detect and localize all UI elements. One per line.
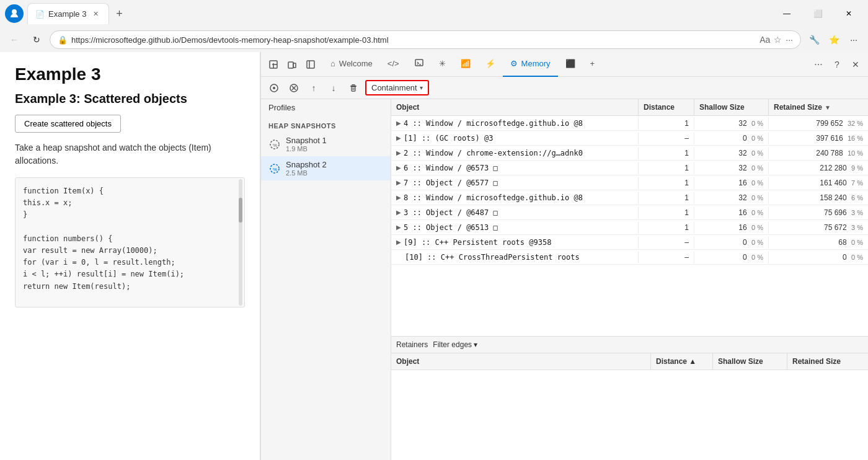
gc-button[interactable] [345,80,361,96]
expand-icon-6[interactable]: ▶ [396,209,401,216]
table-row[interactable]: ▶ 6 :: Window / @6573 □ 1 32 0 % 212 280… [391,161,868,175]
cell-shallow-1: 0 0 % [694,132,769,144]
tab-close-button[interactable]: ✕ [90,9,101,20]
cell-distance-0: 1 [639,117,694,130]
tab-bar: 📄 Example 3 ✕ + [27,3,769,24]
cell-shallow-3: 32 0 % [694,162,769,174]
column-shallow-size[interactable]: Shallow Size [694,99,769,115]
code-scrollbar[interactable] [238,178,243,307]
inspect-element-button[interactable] [265,56,282,73]
devtools-close-button[interactable]: ✕ [847,56,864,73]
tab-console[interactable] [407,52,432,77]
refresh-button[interactable]: ↻ [27,30,46,49]
load-button[interactable]: ↑ [306,80,322,96]
filter-edges-button[interactable]: Filter edges ▾ [433,340,477,349]
back-button[interactable]: ← [5,30,24,49]
favorites-icon[interactable]: ☆ [774,35,782,45]
table-row[interactable]: [10] :: C++ CrossThreadPersistent roots … [391,250,868,265]
page-description: Take a heap snapshot and watch the objec… [15,141,245,167]
snapshot-2-item[interactable]: % Snapshot 2 2.5 MB [261,156,391,180]
device-toolbar-button[interactable] [283,56,301,73]
tab-memory[interactable]: ⚙ Memory [503,52,558,77]
code-line-3: } [23,209,237,221]
snapshot-1-item[interactable]: % Snapshot 1 1.9 MB [261,132,391,156]
maximize-button[interactable]: ⬜ [804,4,832,24]
tab-welcome[interactable]: ⌂ Welcome [323,52,380,77]
cell-distance-3: 1 [639,162,694,174]
column-retained-size[interactable]: Retained Size [769,99,868,115]
extensions-button[interactable]: 🔧 [805,30,823,49]
view-dropdown[interactable]: Containment ▾ [365,80,429,95]
expand-icon-0[interactable]: ▶ [396,120,401,126]
table-row[interactable]: ▶ [9] :: C++ Persistent roots @9358 – 0 … [391,235,868,250]
code-line-9: return new Item(result); [23,281,237,293]
heap-snapshots-section: HEAP SNAPSHOTS [261,116,391,132]
cell-object-6: ▶ 3 :: Object / @6487 □ [391,206,639,219]
tab-application[interactable]: ⬛ [558,52,583,77]
title-bar: 📄 Example 3 ✕ + — ⬜ ✕ [0,0,868,27]
retainers-column-distance[interactable]: Distance ▲ [651,353,713,369]
cell-distance-4: 1 [639,177,694,189]
address-input-container[interactable]: 🔒 https://microsoftedge.github.io/Demos/… [50,30,801,49]
column-object[interactable]: Object [391,99,639,115]
retainers-label: Retainers [396,340,428,349]
expand-icon-2[interactable]: ▶ [396,149,401,156]
table-row[interactable]: ▶ 7 :: Object / @6577 □ 1 16 0 % 161 460… [391,175,868,190]
table-row[interactable]: ▶ 3 :: Object / @6487 □ 1 16 0 % 75 696 … [391,205,868,220]
devtools-help-button[interactable]: ? [828,56,846,73]
table-row[interactable]: ▶ 4 :: Window / microsoftedge.github.io … [391,116,868,131]
expand-icon-1[interactable]: ▶ [396,135,401,141]
column-distance[interactable]: Distance [639,99,694,115]
expand-icon-3[interactable]: ▶ [396,164,401,171]
obj-text-5: 8 :: Window / microsoftedge.github.io @8 [404,193,583,202]
retainers-column-object[interactable]: Object [391,353,651,369]
retainers-section: Retainers Filter edges ▾ Object Distance… [391,336,868,460]
main-content: Example 3 Example 3: Scattered objects C… [0,52,868,460]
table-row[interactable]: ▶ 5 :: Object / @6513 □ 1 16 0 % 75 672 … [391,220,868,235]
new-tab-button[interactable]: + [110,5,128,22]
table-row[interactable]: ▶ 2 :: Window / chrome-extension://g…adn… [391,146,868,161]
profiles-header[interactable]: Profiles [261,99,391,116]
obj-text-8: [9] :: C++ Persistent roots @9358 [404,238,551,247]
elements-tab-label: </> [388,59,399,68]
tab-network[interactable]: 📶 [453,52,478,77]
active-tab[interactable]: 📄 Example 3 ✕ [27,3,109,24]
cell-shallow-0: 32 0 % [694,117,769,130]
close-button[interactable]: ✕ [835,4,863,24]
devtools-more-button[interactable]: ··· [810,56,827,73]
save-button[interactable]: ↓ [326,80,342,96]
favorites-sidebar-button[interactable]: ⭐ [825,30,843,49]
column-object-label: Object [396,103,419,112]
tab-elements[interactable]: </> [380,52,407,77]
browser-more-icon[interactable]: ··· [786,35,793,45]
table-row[interactable]: ▶ [1] :: (GC roots) @3 – 0 0 % 397 616 1… [391,131,868,146]
profile-icon[interactable] [5,4,24,23]
expand-icon-7[interactable]: ▶ [396,224,401,231]
read-aloud-icon[interactable]: Aa [760,35,770,45]
page-title: Example 3 [15,64,245,84]
clear-button[interactable] [286,80,302,96]
cell-shallow-4: 16 0 % [694,177,769,189]
cell-retained-1: 397 616 16 % [769,132,868,144]
retainers-column-shallow[interactable]: Shallow Size [713,353,787,369]
tab-add[interactable]: + [583,52,603,77]
devtools-tabs: ⌂ Welcome </> ✳ 📶 ⚡ [323,52,808,77]
tab-performance[interactable]: ⚡ [478,52,503,77]
expand-icon-4[interactable]: ▶ [396,179,401,186]
retainers-col-retained-label: Retained Size [792,357,841,366]
take-snapshot-button[interactable] [266,80,282,96]
cell-retained-6: 75 696 3 % [769,206,868,219]
create-scattered-objects-button[interactable]: Create scattered objects [15,115,121,133]
window-controls: — ⬜ ✕ [773,4,863,24]
tab-sources[interactable]: ✳ [432,52,453,77]
collections-button[interactable]: ··· [844,30,863,49]
minimize-button[interactable]: — [773,4,801,24]
svg-rect-3 [293,63,296,68]
cell-retained-7: 75 672 3 % [769,221,868,234]
retainers-column-retained[interactable]: Retained Size [787,353,868,369]
network-tab-icon: 📶 [461,59,471,68]
sidebar-toggle-button[interactable] [302,56,319,73]
expand-icon-5[interactable]: ▶ [396,194,401,201]
table-row[interactable]: ▶ 8 :: Window / microsoftedge.github.io … [391,190,868,205]
expand-icon-8[interactable]: ▶ [396,239,401,245]
